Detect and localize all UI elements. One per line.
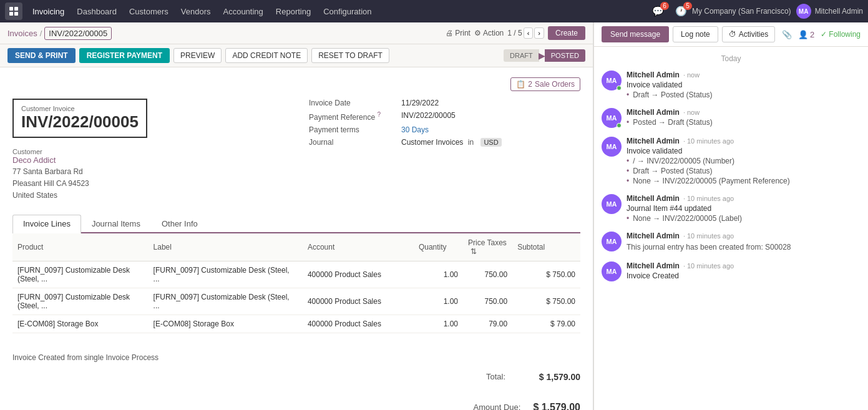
nav-configuration[interactable]: Configuration [318,4,376,19]
col-header-product: Product [12,233,149,261]
payment-terms-value[interactable]: 30 Days [401,125,429,134]
clock-notifications[interactable]: 🕐 5 [675,6,687,17]
col-header-label: Label [149,233,303,261]
col-header-price: Price Taxes ⇅ [463,233,512,261]
status-posted: POSTED [545,49,585,62]
nav-reporting[interactable]: Reporting [271,4,316,19]
sale-orders-button[interactable]: 📋 2 Sale Orders [510,77,580,91]
prev-record-button[interactable]: ‹ [524,27,534,39]
sale-orders-icon: 📋 [516,80,525,89]
message-author: Mitchell Admin [627,232,680,240]
tab-other-info[interactable]: Other Info [151,215,208,232]
invoice-number: INV/2022/00005 [21,112,139,132]
message-header: Mitchell Admin · now [627,71,861,79]
nav-invoicing[interactable]: Invoicing [27,4,69,19]
nav-customers[interactable]: Customers [124,4,173,19]
breadcrumb-current: INV/2022/00005 [44,27,112,40]
journal-in: in [468,138,474,147]
invoice-info-left: Customer Invoice INV/2022/00005 Customer… [12,99,284,202]
cell-product: [FURN_0097] Customizable Desk (Steel, ..… [12,288,149,315]
chat-message: MA Mitchell Admin · 10 minutes ago Invoi… [602,137,861,185]
message-title: Invoice validated [627,81,861,89]
table-row[interactable]: [E-COM08] Storage Box [E-COM08] Storage … [12,315,580,333]
chat-message: MA Mitchell Admin · now • Posted → Draft… [602,108,861,128]
message-avatar: MA [602,71,622,90]
total-label: Total: [456,372,505,381]
top-navigation: Invoicing Dashboard Customers Vendors Ac… [0,0,868,22]
invoice-footer: Invoice Created from single Invoice Proc… [0,343,593,410]
message-author: Mitchell Admin [627,108,680,117]
message-body: Mitchell Admin · 10 minutes ago This jou… [627,232,861,253]
table-row[interactable]: [FURN_0097] Customizable Desk (Steel, ..… [12,288,580,315]
breadcrumb-parent[interactable]: Invoices [7,29,37,38]
cell-label: [FURN_0097] Customizable Desk (Steel, ..… [149,261,303,288]
col-header-account: Account [303,233,414,261]
message-bullet: • / → INV/2022/00005 (Number) [627,157,861,165]
user-name: Mitchell Admin [815,7,863,16]
user-menu[interactable]: MA Mitchell Admin [796,4,863,19]
breadcrumb-bar: Invoices / INV/2022/00005 🖨 Print ⚙ Acti… [0,22,593,44]
cell-qty: 1.00 [414,288,463,315]
nav-accounting[interactable]: Accounting [218,4,268,19]
nav-dashboard[interactable]: Dashboard [72,4,122,19]
message-author: Mitchell Admin [627,261,680,270]
followers-count[interactable]: 👤 2 [798,30,814,39]
log-note-button[interactable]: Log note [673,26,718,42]
invoice-panel: Invoices / INV/2022/00005 🖨 Print ⚙ Acti… [0,22,593,410]
journal-value: Customer Invoices in USD [401,138,502,147]
create-button[interactable]: Create [548,26,585,40]
amount-due-label: Amount Due: [474,403,521,410]
message-time: · 10 minutes ago [683,137,734,145]
send-print-button[interactable]: SEND & PRINT [7,48,76,63]
tab-invoice-lines[interactable]: Invoice Lines [12,215,81,233]
cell-subtotal: $ 750.00 [512,261,580,288]
activities-button[interactable]: ⏱ Activities [722,26,775,42]
reset-to-draft-button[interactable]: RESET TO DRAFT [311,48,389,63]
svg-rect-2 [9,12,13,16]
payment-terms-row: Payment terms 30 Days [309,125,580,134]
printer-icon: 🖨 [446,29,453,37]
table-row[interactable]: [FURN_0097] Customizable Desk (Steel, ..… [12,261,580,288]
message-title: Journal Item #44 updated [627,204,861,213]
message-author: Mitchell Admin [627,137,680,145]
register-payment-button[interactable]: REGISTER PAYMENT [79,48,170,63]
clock-icon: ⏱ [729,30,736,39]
message-avatar: MA [602,261,622,281]
attachment-icon[interactable]: 📎 [782,30,792,39]
message-plain: This journal entry has been created from… [627,242,861,253]
message-author: Mitchell Admin [627,71,680,79]
send-message-button[interactable]: Send message [602,26,669,42]
invoice-date-value: 11/29/2022 [401,99,439,107]
print-button[interactable]: 🖨 Print [446,29,471,37]
journal-label: Journal [309,138,396,147]
amount-due-value: $ 1,579.00 [533,402,580,410]
chat-notifications[interactable]: 💬 6 [652,6,664,17]
next-record-button[interactable]: › [534,27,544,39]
message-body: Mitchell Admin · now Invoice validated •… [627,71,861,99]
svg-rect-3 [14,12,18,16]
company-name[interactable]: My Company (San Francisco) [692,7,791,16]
message-body: Mitchell Admin · 10 minutes ago Journal … [627,194,861,223]
check-icon: ✓ [821,30,827,39]
invoice-header: Customer Invoice INV/2022/00005 Customer… [12,99,580,202]
action-button[interactable]: ⚙ Action [474,29,504,37]
customer-name[interactable]: Deco Addict [12,155,284,165]
cell-subtotal: $ 750.00 [512,288,580,315]
app-grid-icon[interactable] [5,2,22,20]
nav-vendors[interactable]: Vendors [176,4,216,19]
tab-journal-items[interactable]: Journal Items [81,215,151,232]
footer-note: Invoice Created from single Invoice Proc… [12,353,580,362]
cell-product: [E-COM08] Storage Box [12,315,149,333]
add-credit-note-button[interactable]: ADD CREDIT NOTE [225,48,308,63]
message-body: Mitchell Admin · now • Posted → Draft (S… [627,108,861,128]
message-title: Invoice validated [627,147,861,155]
status-badge: DRAFT ▶ POSTED [504,49,585,62]
payment-ref-help[interactable]: ? [377,111,381,118]
cell-qty: 1.00 [414,315,463,333]
cell-account: 400000 Product Sales [303,315,414,333]
gear-icon: ⚙ [474,29,481,37]
preview-button[interactable]: PREVIEW [173,48,222,63]
total-value: $ 1,579.00 [518,372,580,382]
following-button[interactable]: ✓ Following [821,30,861,39]
currency-badge[interactable]: USD [480,138,501,147]
